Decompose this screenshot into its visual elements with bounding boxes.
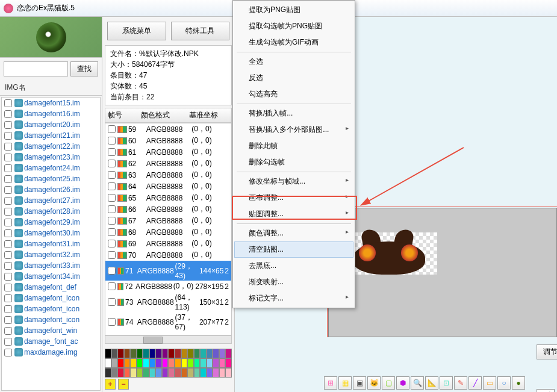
- img-checkbox[interactable]: [4, 294, 12, 302]
- img-checkbox[interactable]: [4, 208, 12, 216]
- tool-button[interactable]: 🐱: [367, 376, 381, 390]
- frame-checkbox[interactable]: [108, 171, 116, 179]
- img-item[interactable]: damagefont32.im: [2, 249, 100, 260]
- palette-swatch[interactable]: [111, 358, 118, 368]
- img-checkbox[interactable]: [4, 219, 12, 226]
- palette-swatch[interactable]: [143, 349, 149, 358]
- zoom-spinner[interactable]: 0▲▼: [537, 389, 555, 392]
- menu-item[interactable]: 渐变映射...: [234, 274, 353, 290]
- menu-item[interactable]: 替换/插入帧...: [234, 105, 353, 122]
- palette-swatch[interactable]: [200, 358, 207, 368]
- frame-checkbox[interactable]: [108, 251, 116, 259]
- palette-swatch[interactable]: [213, 358, 219, 368]
- frame-row[interactable]: 68ARGB8888(0，0): [105, 226, 231, 238]
- img-item[interactable]: damagefont29.im: [2, 217, 100, 228]
- canvas[interactable]: [328, 208, 557, 337]
- frame-row[interactable]: 62ARGB8888(0，0): [105, 158, 231, 169]
- frame-row[interactable]: 71ARGB8888(29，43)144×652: [105, 261, 231, 281]
- tool-button[interactable]: ╱: [468, 376, 482, 390]
- img-item[interactable]: damagefont15.im: [2, 98, 100, 108]
- img-item[interactable]: damagefont16.im: [2, 108, 100, 119]
- palette-swatch[interactable]: [155, 349, 162, 358]
- frame-checkbox[interactable]: [108, 194, 116, 202]
- menu-item[interactable]: 反选: [234, 70, 353, 86]
- tool-button[interactable]: ⊡: [440, 376, 453, 390]
- frame-checkbox[interactable]: [108, 182, 116, 190]
- img-item[interactable]: damagefont31.im: [2, 238, 100, 249]
- img-checkbox[interactable]: [4, 284, 12, 291]
- img-checkbox[interactable]: [4, 349, 12, 356]
- img-item[interactable]: damagefont25.im: [2, 173, 100, 184]
- special-tools-button[interactable]: 特殊工具: [171, 22, 230, 40]
- palette-swatch[interactable]: [117, 358, 124, 368]
- palette-swatch[interactable]: [225, 358, 232, 368]
- palette-swatch[interactable]: [143, 358, 149, 368]
- palette-swatch[interactable]: [187, 358, 194, 368]
- palette-swatch[interactable]: [124, 358, 131, 368]
- frame-checkbox[interactable]: [108, 298, 116, 306]
- img-item[interactable]: damagefont33.im: [2, 260, 100, 271]
- img-checkbox[interactable]: [4, 240, 12, 248]
- frame-checkbox[interactable]: [108, 240, 116, 247]
- palette-swatch[interactable]: [207, 349, 213, 358]
- img-item[interactable]: damagefont22.im: [2, 141, 100, 152]
- frame-row[interactable]: 70ARGB8888(0，0): [105, 249, 231, 261]
- frame-checkbox[interactable]: [108, 160, 116, 167]
- img-item[interactable]: damagefont34.im: [2, 271, 100, 282]
- tool-button[interactable]: ⊞: [324, 376, 337, 390]
- img-checkbox[interactable]: [4, 305, 12, 313]
- palette-swatch[interactable]: [225, 349, 232, 358]
- palette-swatch[interactable]: [219, 358, 226, 368]
- frame-row[interactable]: 66ARGB8888(0，0): [105, 204, 231, 215]
- menu-item[interactable]: 颜色调整...: [234, 225, 353, 241]
- menu-item[interactable]: 提取为PNG贴图: [234, 2, 353, 18]
- img-checkbox[interactable]: [4, 154, 12, 161]
- palette-swatch[interactable]: [187, 349, 194, 358]
- palette-swatch[interactable]: [225, 368, 232, 378]
- palette-add[interactable]: +: [105, 379, 116, 390]
- img-item[interactable]: damagefont20.im: [2, 119, 100, 130]
- palette-swatch[interactable]: [200, 368, 207, 378]
- palette-swatch[interactable]: [130, 358, 137, 368]
- frame-checkbox[interactable]: [108, 125, 116, 133]
- tool-button[interactable]: ✎: [454, 376, 467, 390]
- tool-button[interactable]: ▭: [483, 376, 496, 390]
- frame-checkbox[interactable]: [108, 137, 116, 145]
- menu-item[interactable]: 清空贴图...: [234, 241, 353, 258]
- palette-swatch[interactable]: [175, 368, 181, 378]
- img-item[interactable]: damagefont30.im: [2, 228, 100, 238]
- img-checkbox[interactable]: [4, 251, 12, 259]
- palette-swatch[interactable]: [219, 349, 226, 358]
- palette-swatch[interactable]: [105, 368, 111, 378]
- img-item[interactable]: damagefont_icon: [2, 303, 100, 314]
- palette-swatch[interactable]: [219, 368, 226, 378]
- frame-list[interactable]: 59ARGB8888(0，0)60ARGB8888(0，0)61ARGB8888…: [105, 123, 232, 335]
- palette-remove[interactable]: −: [118, 379, 129, 390]
- palette-swatch[interactable]: [175, 349, 181, 358]
- menu-item[interactable]: 修改坐标与帧域...: [234, 173, 353, 190]
- frame-checkbox[interactable]: [108, 318, 116, 326]
- palette-swatch[interactable]: [168, 358, 175, 368]
- img-checkbox[interactable]: [4, 197, 12, 205]
- img-checkbox[interactable]: [4, 99, 12, 107]
- frame-row[interactable]: 74ARGB8888(37，67)207×772: [105, 312, 231, 332]
- frame-row[interactable]: 73ARGB8888(64，113)150×312: [105, 292, 231, 312]
- palette-swatch[interactable]: [111, 368, 118, 378]
- palette-swatch[interactable]: [124, 349, 131, 358]
- frame-row[interactable]: 59ARGB8888(0，0): [105, 123, 231, 135]
- img-list[interactable]: damagefont15.imdamagefont16.imdamagefont…: [1, 97, 101, 391]
- palette-swatch[interactable]: [130, 349, 137, 358]
- tool-button[interactable]: ●: [512, 376, 525, 390]
- img-checkbox[interactable]: [4, 175, 12, 183]
- frame-row[interactable]: 65ARGB8888(0，0): [105, 192, 231, 204]
- img-checkbox[interactable]: [4, 143, 12, 151]
- palette-swatch[interactable]: [162, 368, 169, 378]
- palette-swatch[interactable]: [194, 349, 201, 358]
- tool-button[interactable]: 📐: [425, 376, 438, 390]
- img-item[interactable]: damagefont_win: [2, 325, 100, 336]
- search-button[interactable]: 查找: [70, 61, 98, 76]
- palette-swatch[interactable]: [155, 358, 162, 368]
- frame-row[interactable]: 61ARGB8888(0，0): [105, 146, 231, 158]
- menu-item[interactable]: 生成勾选帧为GIF动画: [234, 34, 353, 51]
- palette-swatch[interactable]: [117, 368, 124, 378]
